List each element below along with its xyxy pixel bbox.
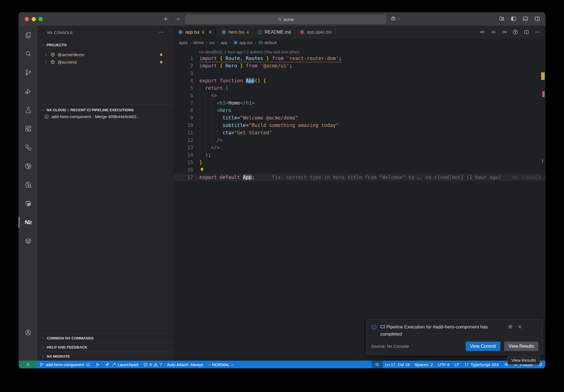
status-launchpad[interactable]: Launchpad [102,361,140,368]
tab-README.md[interactable]: README.md [253,26,295,39]
code-line-3[interactable]: 3 [174,70,545,77]
view-commit-button[interactable]: View Commit [466,342,500,351]
activity-testing[interactable] [19,100,37,119]
history-back-icon[interactable] [163,16,169,22]
activity-explorer[interactable] [19,26,37,44]
code-text: export function App() { [199,77,266,85]
status-remote-indicator[interactable] [19,361,37,368]
section-nx-migrate[interactable]: NX MIGRATE [37,352,173,361]
nx-cloud-header[interactable]: NX CLOUD :: RECENT CI PIPELINE EXECUTION… [37,106,173,113]
status-git-graph[interactable] [93,361,102,368]
breadcrumb-item-app[interactable]: app [221,40,227,45]
status-eol[interactable]: LF [452,361,462,368]
activity-commit-graph[interactable] [19,157,37,175]
activity-source-control[interactable] [19,63,37,82]
tab-app.tsx[interactable]: app.tsx3 [174,26,217,39]
code-line-15[interactable]: 15} [174,159,545,166]
section-help-and-feedback[interactable]: HELP AND FEEDBACK [37,342,173,352]
line-number: 12 [174,137,193,144]
activity-run-debug[interactable] [19,82,37,100]
status-text: add-hero-component [46,362,84,367]
code-line-12[interactable]: 12 /> [174,137,545,144]
copilot-menu-button[interactable] [390,15,401,22]
breadcrumb-separator: › [190,40,191,45]
activity-settings[interactable] [19,342,37,361]
activity-containers[interactable] [19,232,37,250]
code-line-5[interactable]: 5 return ( [174,85,545,92]
activity-graph-search[interactable] [19,175,37,194]
nav-circle-icon[interactable] [490,29,496,35]
project-@acme/ui[interactable]: @acme/ui [37,58,173,66]
code-line-2[interactable]: 2import { Hero } from '@acme/ui'; [174,62,545,70]
tab-problem-badge: 4 [246,30,249,34]
code-line-11[interactable]: 11 cta="Get Started" [174,129,545,137]
code-line-8[interactable]: 8 <Hero [174,107,545,114]
breadcrumb-item-apps[interactable]: apps [179,40,188,45]
breadcrumb-label: default [264,40,277,45]
maximize-window-button[interactable] [39,17,43,21]
project-label: @acme/ui [58,60,77,65]
code-line-16[interactable]: 16 [174,166,545,174]
code-line-13[interactable]: 13 </> [174,144,545,151]
close-icon[interactable] [208,30,213,34]
history-forward-icon[interactable] [175,16,181,22]
run-circle-icon[interactable] [513,29,518,35]
layout-sidebar-icon[interactable] [511,16,517,22]
line-number: 14 [174,151,193,159]
activity-edge-browser[interactable] [19,194,37,213]
close-window-button[interactable] [25,17,29,21]
layout-customize-icon[interactable] [499,16,505,22]
status-auto-attach[interactable]: Auto Attach: Always [164,361,206,368]
code-line-10[interactable]: 10 subtitle="Build something amazing tod… [174,122,545,129]
tab-hero.tsx[interactable]: hero.tsx4 [217,26,253,39]
activity-hierarchy[interactable] [19,138,37,157]
code-line-6[interactable]: 6 <> [174,92,545,99]
code-line-9[interactable]: 9 title="Welcome @acme/demo" [174,114,545,122]
activity-nx-console[interactable]: N≥ [19,213,37,232]
status-text: UTF-8 [438,362,450,367]
editor-group: app.tsx3hero.tsx4README.mdapp.spec.tsx a… [174,26,545,361]
lightbulb-icon[interactable] [199,167,205,172]
layout-panel-icon[interactable] [522,16,528,22]
status-git-branch[interactable]: add-hero-component [37,361,93,368]
status-screencast-zoom[interactable] [372,361,383,368]
activity-extensions[interactable] [19,119,37,138]
status-cursor-position[interactable]: Ln 17, Col 19 [383,361,412,368]
minimize-window-button[interactable] [32,17,36,21]
breadcrumb-item-app.tsx[interactable]: app.tsx [233,40,253,45]
layout-secondary-icon[interactable] [534,16,540,22]
breadcrumb-item-default[interactable]: default [258,40,277,45]
section-common-nx-commands[interactable]: COMMON NX COMMANDS [37,333,173,342]
graph-search-icon [25,181,32,189]
code-line-1[interactable]: 1import { Route, Routes } from 'react-ro… [174,55,545,62]
command-center-search[interactable]: acme [185,15,386,24]
status-language-mode[interactable]: TypeScript JSX [462,361,501,368]
code-line-14[interactable]: 14 ); [174,151,545,159]
status-vim-mode[interactable]: -- NORMAL -- [206,361,236,368]
code-line-7[interactable]: 7 <h1>Home</h1> [174,99,545,107]
status-indentation[interactable]: Spaces: 2 [412,361,435,368]
split-editor-icon[interactable] [524,29,529,35]
status-encoding[interactable]: UTF-8 [435,361,452,368]
notification-settings-icon[interactable] [508,324,513,330]
code-editor[interactable]: nx-cloud[bot], 1 hour ago | 2 authors (Y… [174,46,545,361]
nav-forward-icon[interactable] [501,29,507,35]
breadcrumb-item-src[interactable]: src [209,40,215,45]
chevron-right-icon [44,53,48,57]
zoom-out-icon [375,362,379,367]
section-projects[interactable]: PROJECTS [37,41,173,48]
activity-search[interactable] [19,44,37,63]
tab-app.spec.tsx[interactable]: app.spec.tsx [295,26,336,39]
nav-back-icon[interactable] [479,29,485,35]
breadcrumb-item-demo[interactable]: demo [193,40,204,45]
project-@acme/demo[interactable]: @acme/demo [37,51,173,58]
notification-close-icon[interactable] [517,324,522,330]
pipeline-execution-item[interactable]: add-hero-component - Merge 409b44e5cb02.… [37,113,173,120]
more-actions-icon[interactable] [159,29,164,35]
ellipsis-icon[interactable] [535,29,540,35]
code-line-4[interactable]: 4export function App() { [174,77,545,85]
view-results-button[interactable]: View Results [504,342,538,351]
activity-account[interactable] [19,323,37,342]
code-line-17[interactable]: 17nx-cloud[bexport default App; fix: cor… [174,174,545,181]
status-problems[interactable]: 07 [141,361,165,368]
